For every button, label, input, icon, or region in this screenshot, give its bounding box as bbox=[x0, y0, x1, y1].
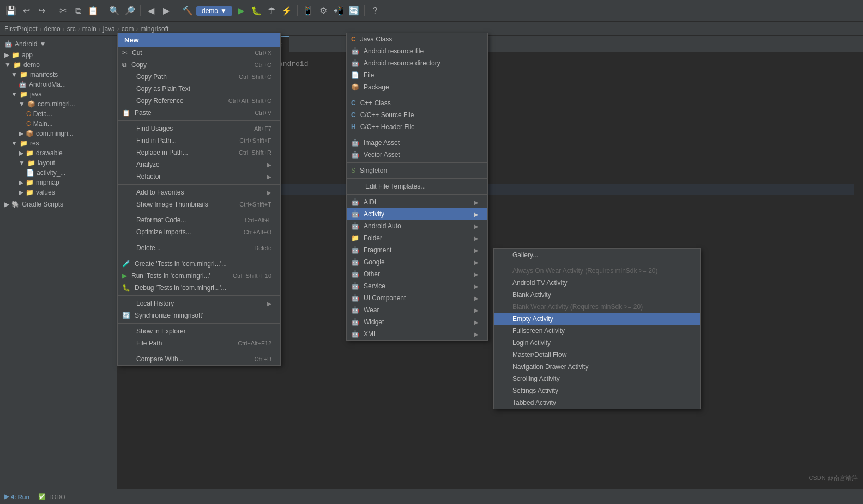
other-arrow-icon: ▶ bbox=[474, 271, 479, 277]
menuitem-fullscreen-label: Fullscreen Activity bbox=[512, 327, 565, 335]
menuitem-android-tv[interactable]: Android TV Activity bbox=[494, 277, 700, 289]
menuitem-copy-label: Copy bbox=[131, 61, 147, 69]
menuitem-paste[interactable]: 📋 Paste Ctrl+V bbox=[118, 107, 280, 119]
menuitem-cpp-class[interactable]: C C++ Class bbox=[347, 97, 487, 109]
menuitem-gallery[interactable]: Gallery... bbox=[494, 249, 700, 261]
menuitem-reformat-label: Reformat Code... bbox=[136, 216, 186, 224]
menuitem-copy-path[interactable]: Copy Path Ctrl+Shift+C bbox=[118, 71, 280, 83]
menuitem-master-detail-label: Master/Detail Flow bbox=[512, 351, 566, 359]
xml-icon: 🤖 bbox=[351, 330, 359, 338]
menuitem-java-class[interactable]: C Java Class bbox=[347, 33, 487, 45]
menuitem-android-res-dir-label: Android resource directory bbox=[364, 59, 440, 67]
menuitem-image-asset[interactable]: 🤖 Image Asset bbox=[347, 137, 487, 149]
menuitem-wear[interactable]: 🤖 Wear ▶ bbox=[347, 304, 487, 316]
menuitem-singleton[interactable]: S Singleton bbox=[347, 165, 487, 177]
menuitem-find-usages[interactable]: Find Usages Alt+F7 bbox=[118, 123, 280, 135]
menuitem-compare[interactable]: Compare With... Ctrl+D bbox=[118, 353, 280, 365]
menuitem-widget-label: Widget bbox=[364, 318, 384, 326]
android-auto-icon: 🤖 bbox=[351, 222, 359, 230]
cpp-src-icon: C bbox=[351, 111, 356, 119]
menuitem-settings-label: Settings Activity bbox=[512, 387, 558, 394]
menuitem-activity[interactable]: 🤖 Activity ▶ bbox=[347, 208, 487, 220]
ui-component-arrow-icon: ▶ bbox=[474, 295, 479, 301]
menuitem-show-explorer[interactable]: Show in Explorer bbox=[118, 325, 280, 337]
menuitem-folder[interactable]: 📁 Folder ▶ bbox=[347, 232, 487, 244]
menuitem-create-tests[interactable]: 🧪 Create 'Tests in 'com.mingri...'... bbox=[118, 258, 280, 270]
menuitem-service[interactable]: 🤖 Service ▶ bbox=[347, 280, 487, 292]
menuitem-vector-asset[interactable]: 🤖 Vector Asset bbox=[347, 149, 487, 161]
menuitem-settings[interactable]: Settings Activity bbox=[494, 385, 700, 397]
menuitem-blank-activity[interactable]: Blank Activity bbox=[494, 289, 700, 301]
menuitem-cpp-source[interactable]: C C/C++ Source File bbox=[347, 109, 487, 121]
menuitem-android-res-dir[interactable]: 🤖 Android resource directory bbox=[347, 57, 487, 69]
menuitem-file[interactable]: 📄 File bbox=[347, 69, 487, 81]
menuitem-delete[interactable]: Delete... Delete bbox=[118, 242, 280, 254]
submenu-new: C Java Class 🤖 Android resource file 🤖 A… bbox=[346, 33, 488, 341]
menuitem-nav-drawer[interactable]: Navigation Drawer Activity bbox=[494, 361, 700, 373]
menuitem-copy-plain[interactable]: Copy as Plain Text bbox=[118, 83, 280, 95]
menuitem-refactor-label: Refactor bbox=[136, 173, 161, 180]
menuitem-other-label: Other bbox=[364, 270, 380, 278]
menuitem-fragment-label: Fragment bbox=[364, 246, 391, 254]
menuitem-reformat[interactable]: Reformat Code... Ctrl+Alt+L bbox=[118, 214, 280, 226]
menuitem-tabbed[interactable]: Tabbed Activity bbox=[494, 397, 700, 409]
menuitem-package[interactable]: 📦 Package bbox=[347, 81, 487, 93]
menuitem-replace-path[interactable]: Replace in Path... Ctrl+Shift+R bbox=[118, 147, 280, 159]
menuitem-service-label: Service bbox=[364, 282, 385, 290]
menuitem-copy-ref-label: Copy Reference bbox=[136, 97, 184, 105]
menuitem-sync[interactable]: 🔄 Synchronize 'mingrisoft' bbox=[118, 309, 280, 321]
menuitem-cut-shortcut: Ctrl+X bbox=[242, 50, 271, 56]
menuitem-cut[interactable]: ✂ Cut Ctrl+X bbox=[118, 47, 280, 59]
menuitem-fragment[interactable]: 🤖 Fragment ▶ bbox=[347, 244, 487, 256]
menuitem-scrolling[interactable]: Scrolling Activity bbox=[494, 373, 700, 385]
cut-icon: ✂ bbox=[122, 49, 128, 57]
menuitem-login[interactable]: Login Activity bbox=[494, 337, 700, 349]
menuitem-ui-component[interactable]: 🤖 UI Component ▶ bbox=[347, 292, 487, 304]
menuitem-empty-activity[interactable]: Empty Activity bbox=[494, 313, 700, 325]
menuitem-add-favorites[interactable]: Add to Favorites ▶ bbox=[118, 186, 280, 198]
menuitem-wear-label: Wear bbox=[364, 306, 379, 314]
menuitem-file-path[interactable]: File Path Ctrl+Alt+F12 bbox=[118, 337, 280, 349]
android-res-file-icon: 🤖 bbox=[351, 47, 359, 55]
menuitem-debug-tests[interactable]: 🐛 Debug 'Tests in 'com.mingri...'... bbox=[118, 282, 280, 294]
menuitem-cpp-header[interactable]: H C/C++ Header File bbox=[347, 121, 487, 133]
sep bbox=[347, 95, 487, 95]
menuitem-find-path[interactable]: Find in Path... Ctrl+Shift+F bbox=[118, 135, 280, 147]
menuitem-local-history[interactable]: Local History ▶ bbox=[118, 297, 280, 309]
menuitem-show-thumbnails[interactable]: Show Image Thumbnails Ctrl+Shift+T bbox=[118, 198, 280, 210]
sep5 bbox=[118, 256, 280, 256]
sep4 bbox=[118, 240, 280, 240]
menuitem-run-tests[interactable]: ▶ Run 'Tests in 'com.mingri...' Ctrl+Shi… bbox=[118, 270, 280, 282]
menuitem-copy[interactable]: ⧉ Copy Ctrl+C bbox=[118, 59, 280, 71]
submenu-activity: Gallery... Always On Wear Activity (Requ… bbox=[493, 248, 701, 409]
menuitem-master-detail[interactable]: Master/Detail Flow bbox=[494, 349, 700, 361]
copy-icon: ⧉ bbox=[122, 61, 127, 69]
vector-asset-icon: 🤖 bbox=[351, 151, 359, 159]
aidl-icon: 🤖 bbox=[351, 198, 359, 206]
menuitem-android-res-file[interactable]: 🤖 Android resource file bbox=[347, 45, 487, 57]
menuitem-image-asset-label: Image Asset bbox=[364, 139, 400, 147]
menuitem-find-usages-label: Find Usages bbox=[136, 125, 173, 132]
paste-icon: 📋 bbox=[122, 109, 130, 117]
menuitem-fullscreen[interactable]: Fullscreen Activity bbox=[494, 325, 700, 337]
menuitem-edit-templates[interactable]: Edit File Templates... bbox=[347, 180, 487, 192]
widget-arrow-icon: ▶ bbox=[474, 319, 479, 325]
menuitem-xml-label: XML bbox=[364, 330, 377, 338]
menuitem-optimize[interactable]: Optimize Imports... Ctrl+Alt+O bbox=[118, 226, 280, 238]
menuitem-add-fav-label: Add to Favorites bbox=[136, 189, 184, 196]
android-auto-arrow-icon: ▶ bbox=[474, 223, 479, 229]
menuitem-widget[interactable]: 🤖 Widget ▶ bbox=[347, 316, 487, 328]
menuitem-edit-templates-label: Edit File Templates... bbox=[365, 183, 426, 190]
menuitem-refactor[interactable]: Refactor ▶ bbox=[118, 171, 280, 183]
menuitem-xml[interactable]: 🤖 XML ▶ bbox=[347, 328, 487, 340]
menuitem-other[interactable]: 🤖 Other ▶ bbox=[347, 268, 487, 280]
menuitem-copy-path-label: Copy Path bbox=[136, 73, 167, 81]
menuitem-analyze[interactable]: Analyze ▶ bbox=[118, 159, 280, 171]
menuitem-aidl[interactable]: 🤖 AIDL ▶ bbox=[347, 196, 487, 208]
sep3 bbox=[347, 162, 487, 163]
menuitem-android-auto[interactable]: 🤖 Android Auto ▶ bbox=[347, 220, 487, 232]
analyze-arrow-icon: ▶ bbox=[267, 162, 271, 168]
menuitem-find-path-label: Find in Path... bbox=[136, 137, 177, 144]
menuitem-google[interactable]: 🤖 Google ▶ bbox=[347, 256, 487, 268]
menuitem-copy-ref[interactable]: Copy Reference Ctrl+Alt+Shift+C bbox=[118, 95, 280, 107]
